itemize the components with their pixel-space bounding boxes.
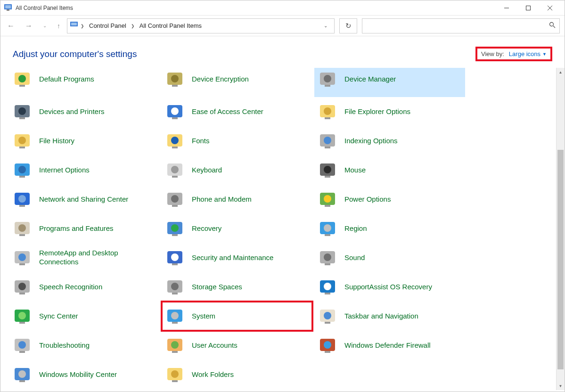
cp-item-indexing-options[interactable]: Indexing Options <box>314 126 465 155</box>
cp-item-devices-and-printers[interactable]: Devices and Printers <box>9 97 160 126</box>
fonts-icon <box>164 131 185 151</box>
troubleshooting-icon <box>12 335 33 356</box>
cp-item-label: System <box>192 312 215 321</box>
svg-point-72 <box>324 253 331 261</box>
phone-modem-icon <box>164 189 185 210</box>
minimize-button[interactable] <box>496 1 517 15</box>
nav-arrows: ← → ⌄ ↑ <box>5 21 62 31</box>
cp-item-phone-and-modem[interactable]: Phone and Modem <box>162 185 312 214</box>
cp-item-label: Storage Spaces <box>192 283 242 292</box>
cp-item-label: Security and Maintenance <box>192 253 273 262</box>
svg-rect-58 <box>19 234 25 236</box>
cp-item-internet-options[interactable]: Internet Options <box>9 155 160 185</box>
chevron-right-icon[interactable]: ❯ <box>129 24 137 28</box>
up-button[interactable]: ↑ <box>55 21 62 31</box>
refresh-button[interactable]: ↻ <box>339 18 357 33</box>
svg-point-9 <box>550 23 554 26</box>
cp-item-windows-defender-firewall[interactable]: Windows Defender Firewall <box>314 331 465 360</box>
cp-item-label: Sync Center <box>39 312 78 321</box>
cp-item-sound[interactable]: Sound <box>314 243 465 272</box>
svg-rect-91 <box>325 322 330 324</box>
cp-item-supportassist-os-recovery[interactable]: SupportAssist OS Recovery <box>314 272 465 302</box>
scroll-down-button[interactable]: ▼ <box>557 382 565 390</box>
address-bar[interactable]: ❯ Control Panel ❯ All Control Panel Item… <box>67 18 335 33</box>
mobility-center-icon <box>12 364 33 385</box>
cp-item-file-explorer-options[interactable]: File Explorer Options <box>314 97 465 126</box>
cp-item-user-accounts[interactable]: User Accounts <box>162 331 312 360</box>
cp-item-keyboard[interactable]: Keyboard <box>162 155 312 185</box>
address-dropdown[interactable]: ⌄ <box>320 21 331 30</box>
cp-item-label: Sound <box>344 253 365 262</box>
cp-item-label: Network and Sharing Center <box>39 195 128 204</box>
search-icon[interactable] <box>549 22 556 30</box>
window-controls <box>496 1 561 15</box>
scroll-thumb[interactable] <box>557 150 564 370</box>
cp-item-label: Power Options <box>344 195 391 204</box>
scroll-track[interactable] <box>557 76 565 382</box>
chevron-right-icon[interactable]: ❯ <box>79 24 86 28</box>
scroll-up-button[interactable]: ▲ <box>557 68 565 76</box>
cp-item-label: File History <box>39 137 74 146</box>
svg-rect-55 <box>325 205 330 207</box>
view-by-selector[interactable]: View by: Large icons ▼ <box>475 47 552 61</box>
cp-item-fonts[interactable]: Fonts <box>162 126 312 155</box>
svg-rect-100 <box>325 351 330 353</box>
cp-item-programs-and-features[interactable]: Programs and Features <box>9 214 160 243</box>
cp-item-label: Devices and Printers <box>39 107 104 116</box>
search-input[interactable] <box>366 22 549 29</box>
cp-item-label: Keyboard <box>192 166 222 175</box>
svg-point-105 <box>171 370 179 378</box>
cp-item-mouse[interactable]: Mouse <box>314 155 465 185</box>
svg-rect-73 <box>325 263 330 265</box>
cp-item-network-and-sharing-center[interactable]: Network and Sharing Center <box>9 185 160 214</box>
search-box[interactable] <box>362 18 560 33</box>
svg-rect-67 <box>19 263 25 265</box>
cp-item-security-and-maintenance[interactable]: Security and Maintenance <box>162 243 312 272</box>
control-panel-app-icon <box>4 4 12 12</box>
recovery-icon <box>164 218 185 239</box>
cp-item-region[interactable]: Region <box>314 214 465 243</box>
cp-item-file-history[interactable]: File History <box>9 126 160 155</box>
cp-item-ease-of-access-center[interactable]: Ease of Access Center <box>162 97 312 126</box>
back-button[interactable]: ← <box>5 21 16 31</box>
cp-item-label: Work Folders <box>192 370 234 379</box>
cp-item-device-manager[interactable]: Device Manager <box>314 68 465 97</box>
maximize-button[interactable] <box>517 1 539 15</box>
cp-item-windows-mobility-center[interactable]: Windows Mobility Center <box>9 360 160 389</box>
svg-point-84 <box>18 312 26 319</box>
sync-center-icon <box>12 306 33 327</box>
cp-item-speech-recognition[interactable]: Speech Recognition <box>9 272 160 302</box>
forward-button[interactable]: → <box>23 21 34 31</box>
close-button[interactable] <box>539 1 561 15</box>
cp-item-troubleshooting[interactable]: Troubleshooting <box>9 331 160 360</box>
cp-item-label: Device Encryption <box>192 75 249 84</box>
window-title: All Control Panel Items <box>16 5 73 11</box>
vertical-scrollbar[interactable]: ▲ ▼ <box>556 68 565 390</box>
cp-item-recovery[interactable]: Recovery <box>162 214 312 243</box>
svg-rect-28 <box>325 117 330 119</box>
svg-rect-79 <box>172 293 178 294</box>
breadcrumb-root[interactable]: Control Panel <box>87 21 128 30</box>
cp-item-power-options[interactable]: Power Options <box>314 185 465 214</box>
svg-point-60 <box>171 224 179 232</box>
svg-point-75 <box>18 283 26 290</box>
recent-dropdown[interactable]: ⌄ <box>41 22 49 29</box>
cp-item-sync-center[interactable]: Sync Center <box>9 302 160 331</box>
svg-point-33 <box>171 137 179 144</box>
chevron-down-icon: ▼ <box>542 52 547 57</box>
svg-point-78 <box>171 283 179 290</box>
cp-item-system[interactable]: System <box>162 302 312 331</box>
view-by-value[interactable]: Large icons ▼ <box>509 50 547 57</box>
speech-recognition-icon <box>12 277 33 297</box>
device-encryption-icon <box>164 69 185 90</box>
cp-item-taskbar-and-navigation[interactable]: Taskbar and Navigation <box>314 302 465 331</box>
svg-point-15 <box>171 75 179 82</box>
cp-item-device-encryption[interactable]: Device Encryption <box>162 68 312 97</box>
cp-item-remoteapp-and-desktop-connections[interactable]: RemoteApp and Desktop Connections <box>9 243 160 272</box>
cp-item-storage-spaces[interactable]: Storage Spaces <box>162 272 312 302</box>
breadcrumb-current[interactable]: All Control Panel Items <box>138 21 204 30</box>
cp-item-work-folders[interactable]: Work Folders <box>162 360 312 389</box>
svg-rect-106 <box>172 380 178 382</box>
svg-point-39 <box>18 166 26 173</box>
cp-item-default-programs[interactable]: Default Programs <box>9 68 160 97</box>
